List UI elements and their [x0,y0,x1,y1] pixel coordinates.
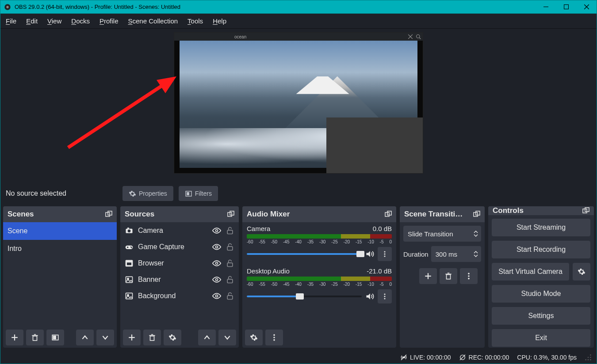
add-source-button[interactable] [123,330,141,345]
source-item[interactable]: Camera [120,222,239,239]
minimize-button[interactable] [536,0,556,14]
popout-icon[interactable] [473,211,480,218]
scenes-toolbar [3,327,117,348]
scene-item[interactable]: Intro [3,240,117,258]
svg-rect-38 [126,262,132,265]
audio-meter [247,277,392,281]
start-recording-button[interactable]: Start Recording [492,241,590,258]
source-item[interactable]: Browser [120,255,239,271]
menu-profile[interactable]: Profile [100,17,119,25]
virtual-camera-settings-button[interactable] [573,263,590,281]
speaker-icon[interactable] [365,250,374,258]
transition-select[interactable]: Slide Transition [403,226,481,242]
start-streaming-button[interactable]: Start Streaming [492,219,590,236]
menu-help[interactable]: Help [213,17,226,25]
filters-label: Filters [195,190,212,197]
resize-grip-icon[interactable] [585,354,592,361]
volume-slider[interactable] [247,296,362,297]
svg-point-1 [6,6,8,8]
visibility-toggle[interactable] [212,243,221,251]
visibility-toggle[interactable] [212,275,221,284]
annotation-arrow [66,70,181,150]
svg-point-75 [468,275,470,277]
channel-menu-button[interactable] [378,289,392,303]
svg-point-64 [273,334,275,336]
close-button[interactable] [576,0,597,14]
status-cpu: CPU: 0.3%, 30.00 fps [517,354,577,361]
popout-icon[interactable] [582,207,589,214]
move-down-button[interactable] [96,330,114,345]
mixer-settings-button[interactable] [245,330,263,345]
svg-point-26 [128,229,131,232]
channel-menu-button[interactable] [378,247,392,261]
source-label: Banner [138,276,208,284]
dock-header-transitions: Scene Transiti… [400,206,485,222]
source-properties-button[interactable] [164,330,181,345]
sources-list: Camera Game Capture Browser Banner [120,222,239,327]
dock-header-sources: Sources [120,206,239,222]
kebab-icon [270,334,278,341]
preview-canvas[interactable]: ocean [174,32,423,174]
move-up-button[interactable] [76,330,94,345]
speaker-icon[interactable] [365,292,374,301]
window-title: OBS 29.0.2 (64-bit, windows) - Profile: … [15,4,180,10]
gear-icon [578,268,586,276]
menu-docks[interactable]: Docks [71,17,90,25]
source-item[interactable]: Banner [120,271,239,288]
move-up-button[interactable] [198,330,216,345]
dock-scenes: Scenes Scene Intro [3,206,117,348]
add-scene-button[interactable] [6,330,23,345]
transition-menu-button[interactable] [460,268,478,284]
move-down-button[interactable] [218,330,236,345]
scene-filters-button[interactable] [46,330,64,345]
maximize-button[interactable] [556,0,576,14]
properties-button[interactable]: Properties [122,186,173,201]
transitions-body: Slide Transition Duration 300 ms [400,222,485,288]
studio-mode-button[interactable]: Studio Mode [492,285,590,303]
lock-toggle[interactable] [226,243,234,251]
menu-scene-collection[interactable]: Scene Collection [128,17,178,25]
remove-transition-button[interactable] [440,268,457,284]
svg-line-80 [401,355,406,360]
svg-rect-44 [227,279,233,283]
svg-point-84 [588,357,589,358]
source-item[interactable]: Game Capture [120,239,239,255]
menu-file[interactable]: File [6,17,16,25]
scene-item[interactable]: Scene [3,222,117,240]
lock-toggle[interactable] [226,259,234,268]
visibility-toggle[interactable] [212,292,221,300]
svg-rect-48 [227,296,233,299]
settings-button[interactable]: Settings [492,307,590,325]
preview-source-topbar: ocean [174,33,423,41]
svg-point-61 [384,293,385,295]
dock-title: Scenes [8,210,34,219]
popout-icon[interactable] [227,211,234,218]
visibility-toggle[interactable] [212,259,221,268]
mixer-menu-button[interactable] [265,330,283,345]
remove-source-button[interactable] [143,330,161,345]
popout-icon[interactable] [105,211,112,218]
chevron-up-icon [203,334,211,341]
menu-view[interactable]: View [47,17,61,25]
lock-toggle[interactable] [226,275,234,284]
lock-toggle[interactable] [226,292,234,300]
svg-line-10 [68,79,172,148]
menu-edit[interactable]: Edit [26,17,38,25]
volume-slider[interactable] [247,253,362,255]
properties-label: Properties [139,190,167,197]
exit-button[interactable]: Exit [492,329,590,347]
lock-toggle[interactable] [226,226,234,235]
popout-icon[interactable] [385,211,392,218]
svg-point-88 [590,359,591,360]
duration-spinner[interactable]: 300 ms [431,246,481,262]
remove-scene-button[interactable] [26,330,44,345]
visibility-toggle[interactable] [212,226,221,235]
source-item[interactable]: Background [120,288,239,304]
dock-audio-mixer: Audio Mixer Camera 0.0 dB -60-55-50-45-4… [242,206,396,348]
filters-button[interactable]: Filters [179,186,218,201]
start-virtual-camera-button[interactable]: Start Virtual Camera [492,263,569,281]
gear-icon [168,334,176,341]
kebab-icon [381,293,388,300]
menu-tools[interactable]: Tools [188,17,203,25]
add-transition-button[interactable] [419,268,437,284]
